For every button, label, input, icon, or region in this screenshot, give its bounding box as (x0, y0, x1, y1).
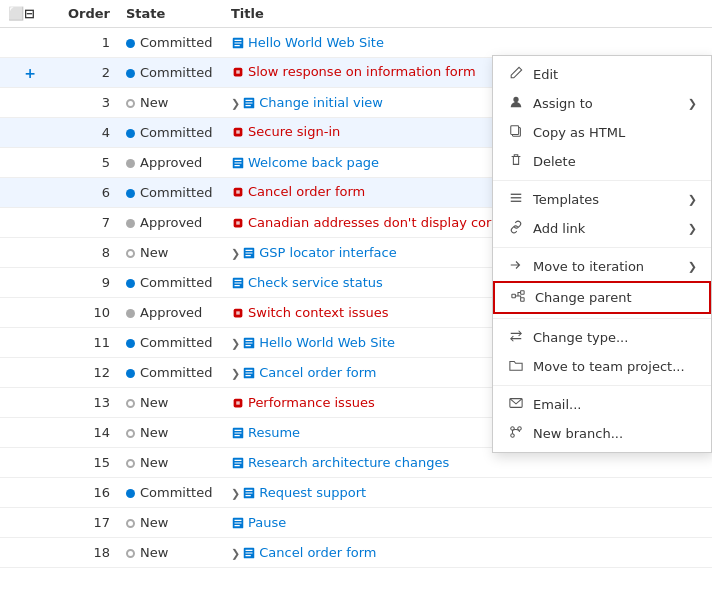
state-label: Committed (140, 65, 212, 80)
row-state: Committed (118, 28, 223, 58)
work-item-title-link[interactable]: Cancel order form (259, 545, 376, 560)
menu-item-add-link[interactable]: Add link❯ (493, 214, 711, 243)
menu-item-chevron-assign-to: ❯ (688, 97, 697, 110)
work-item-title-link[interactable]: Research architecture changes (248, 455, 449, 470)
work-item-task-icon (231, 276, 245, 290)
menu-separator (493, 247, 711, 248)
menu-item-chevron-add-link: ❯ (688, 222, 697, 235)
header-expand[interactable]: ⬜⊟ (0, 0, 60, 28)
new-branch-icon (507, 425, 525, 442)
add-link-icon (507, 220, 525, 237)
work-item-bug-icon (231, 306, 245, 320)
state-dot (126, 249, 135, 258)
state-dot (126, 489, 135, 498)
work-item-title-link[interactable]: Cancel order form (259, 365, 376, 380)
row-title-cell: ❯Request support (223, 478, 712, 508)
work-item-title-link[interactable]: GSP locator interface (259, 245, 396, 260)
state-label: Committed (140, 125, 212, 140)
menu-item-assign-to[interactable]: Assign to❯ (493, 89, 711, 118)
state-dot (126, 219, 135, 228)
row-plus-col[interactable] (0, 388, 60, 418)
menu-item-edit[interactable]: Edit (493, 60, 711, 89)
svg-rect-20 (511, 126, 519, 135)
expand-icon[interactable]: ⬜⊟ (8, 6, 35, 21)
work-item-title-link[interactable]: Pause (248, 515, 286, 530)
menu-item-email[interactable]: Email... (493, 390, 711, 419)
work-item-title-link[interactable]: Cancel order form (248, 184, 365, 199)
add-row-button[interactable]: + (24, 65, 36, 81)
row-plus-col[interactable] (0, 358, 60, 388)
expand-chevron[interactable]: ❯ (231, 97, 240, 110)
work-item-bug-icon (231, 396, 245, 410)
menu-item-move-project[interactable]: Move to team project... (493, 352, 711, 381)
work-item-title-link[interactable]: Request support (259, 485, 366, 500)
table-row: 18New❯Cancel order form (0, 538, 712, 568)
row-plus-col[interactable] (0, 538, 60, 568)
svg-rect-1 (234, 67, 243, 76)
row-plus-col[interactable] (0, 298, 60, 328)
state-dot (126, 99, 135, 108)
row-state: Approved (118, 208, 223, 238)
work-item-title-link[interactable]: Resume (248, 425, 300, 440)
expand-chevron[interactable]: ❯ (231, 547, 240, 560)
menu-item-move-iteration[interactable]: Move to iteration❯ (493, 252, 711, 281)
work-item-title-link[interactable]: Check service status (248, 275, 383, 290)
work-item-title-link[interactable]: Change initial view (259, 95, 383, 110)
work-item-title-link[interactable]: Slow response on information form (248, 64, 476, 79)
row-plus-col[interactable] (0, 118, 60, 148)
work-item-title-link[interactable]: Secure sign-in (248, 124, 340, 139)
row-plus-col[interactable] (0, 178, 60, 208)
row-plus-col[interactable] (0, 508, 60, 538)
row-plus-col[interactable] (0, 448, 60, 478)
row-plus-col[interactable] (0, 268, 60, 298)
row-plus-col[interactable] (0, 478, 60, 508)
menu-separator (493, 318, 711, 319)
menu-item-label-move-project: Move to team project... (533, 359, 685, 374)
work-item-title-link[interactable]: Hello World Web Site (248, 35, 384, 50)
row-plus-col[interactable] (0, 148, 60, 178)
row-plus-col[interactable] (0, 418, 60, 448)
menu-separator (493, 180, 711, 181)
row-plus-col[interactable] (0, 208, 60, 238)
svg-rect-22 (511, 197, 522, 198)
row-plus-col[interactable] (0, 28, 60, 58)
expand-chevron[interactable]: ❯ (231, 487, 240, 500)
row-order: 5 (60, 148, 118, 178)
menu-separator (493, 385, 711, 386)
menu-item-change-type[interactable]: Change type... (493, 323, 711, 352)
row-order: 13 (60, 388, 118, 418)
work-item-title-link[interactable]: Switch context issues (248, 305, 388, 320)
expand-chevron[interactable]: ❯ (231, 367, 240, 380)
work-item-bug-icon (231, 185, 245, 199)
menu-item-delete[interactable]: Delete (493, 147, 711, 176)
row-order: 12 (60, 358, 118, 388)
row-plus-col[interactable] (0, 88, 60, 118)
menu-item-change-parent[interactable]: Change parent (493, 281, 711, 314)
work-item-title-link[interactable]: Canadian addresses don't display correct… (248, 215, 528, 230)
email-icon (507, 396, 525, 413)
header-state: State (118, 0, 223, 28)
work-item-task-icon (242, 246, 256, 260)
svg-point-29 (511, 434, 515, 438)
work-item-title-link[interactable]: Hello World Web Site (259, 335, 395, 350)
move-iteration-icon (507, 258, 525, 275)
menu-item-copy-html[interactable]: Copy as HTML (493, 118, 711, 147)
expand-chevron[interactable]: ❯ (231, 247, 240, 260)
menu-item-new-branch[interactable]: New branch... (493, 419, 711, 448)
work-item-task-icon (231, 456, 245, 470)
state-label: New (140, 95, 168, 110)
state-dot (126, 549, 135, 558)
work-item-title-link[interactable]: Welcome back page (248, 155, 379, 170)
menu-item-label-assign-to: Assign to (533, 96, 593, 111)
row-order: 14 (60, 418, 118, 448)
work-item-title-link[interactable]: Performance issues (248, 395, 375, 410)
row-plus-col[interactable]: + (0, 58, 60, 88)
row-plus-col[interactable] (0, 328, 60, 358)
menu-item-templates[interactable]: Templates❯ (493, 185, 711, 214)
work-item-task-icon (231, 156, 245, 170)
state-label: New (140, 455, 168, 470)
table-row: 17NewPause (0, 508, 712, 538)
row-plus-col[interactable] (0, 238, 60, 268)
expand-chevron[interactable]: ❯ (231, 337, 240, 350)
menu-item-label-delete: Delete (533, 154, 576, 169)
